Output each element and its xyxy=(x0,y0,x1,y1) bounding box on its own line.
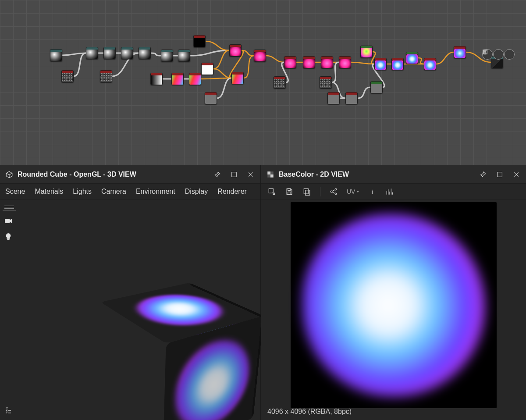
menu-3d: Scene Materials Lights Camera Environmen… xyxy=(0,184,260,199)
close-icon[interactable] xyxy=(246,170,255,179)
svg-rect-11 xyxy=(267,174,270,178)
graph-node[interactable] xyxy=(161,50,173,62)
panel-3d-title: Rounded Cube - OpenGL - 3D VIEW xyxy=(18,171,136,178)
graph-view-buttons xyxy=(482,49,515,60)
info-icon[interactable] xyxy=(368,187,377,196)
graph-node[interactable] xyxy=(201,63,213,75)
svg-rect-17 xyxy=(306,190,310,195)
graph-mode-button-1[interactable] xyxy=(482,49,493,60)
svg-point-18 xyxy=(331,191,332,192)
cube-icon xyxy=(5,171,13,178)
menu-environment[interactable]: Environment xyxy=(136,188,175,196)
graph-node[interactable] xyxy=(150,73,163,85)
save-icon[interactable] xyxy=(285,187,294,196)
svg-rect-5 xyxy=(232,172,237,177)
graph-node[interactable] xyxy=(391,58,404,70)
panel-2d-view: BaseColor - 2D VIEW UV ▾ 4096 x 4096 (RG… xyxy=(261,165,526,420)
panel-2d-titlebar: BaseColor - 2D VIEW xyxy=(261,165,526,184)
graph-node[interactable] xyxy=(193,35,206,47)
graph-node[interactable] xyxy=(370,81,383,93)
menu-renderer[interactable]: Renderer xyxy=(217,188,247,196)
graph-node[interactable] xyxy=(139,47,151,59)
graph-node[interactable] xyxy=(61,70,74,82)
graph-node[interactable] xyxy=(171,73,184,85)
graph-node[interactable] xyxy=(327,92,340,104)
viewport-3d[interactable] xyxy=(0,199,260,420)
histogram-icon[interactable] xyxy=(385,187,394,196)
menu-display[interactable]: Display xyxy=(185,188,208,196)
svg-rect-15 xyxy=(288,192,291,194)
panel-2d-title: BaseColor - 2D VIEW xyxy=(279,171,349,178)
panel-3d-titlebar: Rounded Cube - OpenGL - 3D VIEW xyxy=(0,165,260,184)
pin-icon[interactable] xyxy=(213,170,222,179)
graph-mode-button-2[interactable] xyxy=(493,49,504,60)
separator xyxy=(320,187,320,196)
node-graph-panel[interactable] xyxy=(0,0,526,165)
svg-point-20 xyxy=(335,193,337,195)
graph-node[interactable] xyxy=(254,50,266,62)
svg-point-19 xyxy=(335,189,337,190)
menu-scene[interactable]: Scene xyxy=(5,188,25,196)
graph-node[interactable] xyxy=(229,44,242,57)
chevron-down-icon: ▾ xyxy=(357,189,359,194)
graph-node[interactable] xyxy=(339,56,351,68)
menu-lights[interactable]: Lights xyxy=(73,188,92,196)
graph-node[interactable] xyxy=(86,47,98,59)
pin-icon[interactable] xyxy=(479,170,487,179)
graph-node[interactable] xyxy=(374,58,387,70)
graph-node[interactable] xyxy=(424,58,436,70)
export-icon[interactable] xyxy=(267,187,276,196)
graph-node[interactable] xyxy=(100,70,112,82)
svg-rect-14 xyxy=(288,189,291,190)
graph-node[interactable] xyxy=(303,56,315,68)
menu-camera[interactable]: Camera xyxy=(101,188,126,196)
texture-preview xyxy=(291,202,497,408)
copy-icon[interactable] xyxy=(302,187,311,196)
graph-node[interactable] xyxy=(454,46,466,58)
uv-dropdown[interactable]: UV ▾ xyxy=(347,188,359,195)
render-3d xyxy=(0,199,260,420)
maximize-icon[interactable] xyxy=(230,170,238,179)
graph-node[interactable] xyxy=(345,92,358,104)
panel-3d-view: Rounded Cube - OpenGL - 3D VIEW Scene Ma… xyxy=(0,165,261,420)
graph-node[interactable] xyxy=(320,76,332,89)
graph-node[interactable] xyxy=(360,46,373,58)
graph-node[interactable] xyxy=(121,47,133,59)
graph-node[interactable] xyxy=(205,92,217,104)
texture-info: 4096 x 4096 (RGBA, 8bpc) xyxy=(267,408,352,416)
graph-node[interactable] xyxy=(189,73,201,85)
graph-node[interactable] xyxy=(103,47,116,59)
checker-icon xyxy=(267,171,274,178)
node-graph-wires xyxy=(0,0,526,165)
svg-rect-16 xyxy=(304,189,308,194)
graph-node[interactable] xyxy=(406,52,418,64)
menu-materials[interactable]: Materials xyxy=(35,188,63,196)
toolbar-2d: UV ▾ xyxy=(261,184,526,199)
share-icon[interactable] xyxy=(329,187,338,196)
graph-node[interactable] xyxy=(178,50,190,62)
maximize-icon[interactable] xyxy=(495,170,504,179)
graph-node[interactable] xyxy=(50,49,62,61)
uv-label: UV xyxy=(347,188,355,195)
graph-node[interactable] xyxy=(321,56,333,68)
viewport-2d[interactable]: 4096 x 4096 (RGBA, 8bpc) xyxy=(261,199,526,420)
svg-rect-0 xyxy=(483,50,487,54)
svg-rect-9 xyxy=(270,174,274,178)
svg-rect-10 xyxy=(270,171,274,174)
graph-node[interactable] xyxy=(231,72,244,84)
close-icon[interactable] xyxy=(512,170,521,179)
svg-rect-8 xyxy=(267,171,270,174)
graph-node[interactable] xyxy=(274,76,286,89)
svg-rect-12 xyxy=(498,172,502,177)
graph-node[interactable] xyxy=(284,56,296,68)
hierarchy-icon[interactable] xyxy=(4,406,13,416)
graph-mode-button-3[interactable] xyxy=(504,49,515,60)
